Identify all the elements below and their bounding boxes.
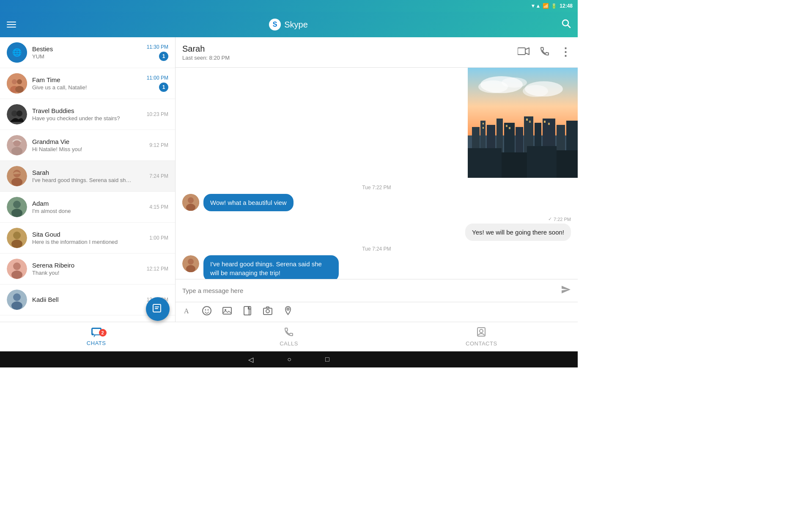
chat-item-adam[interactable]: Adam I'm almost done 4:15 PM [0, 192, 175, 223]
calls-icon-wrapper [284, 327, 294, 339]
chat-preview: Give us a call, Natalie! [32, 84, 134, 91]
chat-item-grandma[interactable]: Grandma Vie Hi Natalie! Miss you! 9:12 P… [0, 130, 175, 161]
svg-point-14 [11, 147, 22, 155]
app-name: Skype [284, 20, 308, 30]
svg-line-1 [568, 25, 571, 28]
avatar-sarah [7, 166, 27, 186]
svg-point-76 [266, 309, 269, 313]
chat-time: 1:00 PM [149, 235, 168, 241]
svg-point-26 [11, 271, 22, 279]
chat-name: Fam Time [32, 76, 147, 83]
svg-point-25 [13, 262, 21, 270]
svg-point-6 [17, 79, 22, 84]
image-button[interactable] [222, 306, 232, 318]
svg-point-11 [16, 110, 22, 116]
app-title: S Skype [269, 19, 308, 30]
svg-point-22 [13, 232, 21, 239]
message-avatar-sarah-2 [182, 255, 199, 272]
android-nav-bar: ◁ ○ □ [0, 351, 578, 367]
unread-badge: 1 [159, 83, 168, 92]
location-button[interactable] [283, 306, 293, 318]
message-time-label-3: Tue 7:24 PM [182, 246, 571, 252]
recents-button[interactable]: □ [325, 356, 329, 363]
chat-preview: YUM [32, 53, 134, 60]
chat-item-famtime[interactable]: Fam Time Give us a call, Natalie! 11:00 … [0, 68, 175, 99]
chat-item-sita[interactable]: Sita Goud Here is the information I ment… [0, 223, 175, 254]
chat-list-panel: 🌐 Besties YUM 11:30 PM 1 [0, 37, 176, 322]
home-button[interactable]: ○ [287, 356, 291, 363]
search-button[interactable] [561, 18, 571, 31]
chat-time: 11:00 PM [147, 75, 168, 81]
message-avatar-sarah [182, 194, 199, 211]
voice-call-button[interactable] [540, 46, 550, 59]
chat-item-travel[interactable]: Travel Buddies Have you checked under th… [0, 99, 175, 130]
message-bubble-2: Yes! we will be going there soon! [465, 224, 571, 241]
status-bar: ▼▲ 📶 🔋 12:48 [0, 0, 578, 12]
chat-time: 4:15 PM [149, 204, 168, 210]
message-input[interactable] [182, 287, 556, 294]
message-sent-time: ✓ 7:22 PM Yes! we will be going there so… [182, 216, 571, 241]
chat-name: Adam [32, 200, 149, 207]
chat-meta: 12:12 PM [147, 266, 168, 272]
svg-point-36 [523, 85, 548, 97]
video-call-button[interactable] [518, 47, 529, 58]
nav-item-chats[interactable]: 2 CHATS [0, 324, 192, 350]
status-icons: ▼▲ 📶 🔋 [531, 3, 557, 9]
compose-fab-button[interactable] [146, 297, 170, 321]
chat-name: Kadii Bell [32, 296, 147, 303]
status-time: 12:48 [560, 3, 573, 9]
text-format-button[interactable]: A [182, 306, 192, 318]
svg-rect-53 [526, 119, 528, 121]
chat-item-besties[interactable]: 🌐 Besties YUM 11:30 PM 1 [0, 37, 175, 68]
contacts-label: CONTACTS [466, 340, 497, 347]
camera-button[interactable] [263, 306, 273, 318]
contacts-icon [476, 327, 486, 337]
more-options-button[interactable]: ⋮ [560, 50, 571, 55]
conversation-actions: ⋮ [518, 46, 571, 59]
chat-name: Travel Buddies [32, 107, 147, 114]
contact-status: Last seen: 8:20 PM [182, 55, 513, 61]
chat-preview: Hi Natalie! Miss you! [32, 146, 134, 152]
send-button[interactable] [561, 284, 571, 297]
message-time-label-1: Tue 7:22 PM [182, 185, 571, 190]
back-button[interactable]: ◁ [248, 356, 253, 364]
conversation-panel: Sarah Last seen: 8:20 PM ⋮ [176, 37, 578, 322]
message-toolbar: A [176, 302, 578, 322]
chat-meta: 11:00 PM 1 [147, 75, 168, 92]
nav-item-contacts[interactable]: CONTACTS [385, 323, 578, 350]
nav-item-calls[interactable]: CALLS [192, 323, 385, 350]
chats-badge: 2 [99, 329, 107, 337]
svg-point-34 [502, 77, 527, 88]
emoji-button[interactable] [202, 306, 212, 318]
chat-item-serena[interactable]: Serena Ribeiro Thank you! 12:12 PM [0, 254, 175, 284]
svg-text:🌐: 🌐 [12, 48, 22, 57]
svg-text:A: A [184, 307, 189, 315]
file-button[interactable] [242, 306, 252, 318]
chat-name: Sita Goud [32, 231, 149, 238]
battery-icon: 🔋 [551, 3, 557, 9]
svg-rect-60 [557, 150, 578, 178]
svg-rect-59 [527, 146, 557, 178]
calls-icon [284, 327, 294, 337]
app-bar: S Skype [0, 12, 578, 37]
chat-list: 🌐 Besties YUM 11:30 PM 1 [0, 37, 175, 322]
message-timestamp-3: Tue 7:24 PM I've heard good things. Sere… [182, 246, 571, 279]
svg-point-29 [11, 301, 22, 310]
message-bubble-3: I've heard good things. Serena said she … [203, 255, 339, 279]
svg-point-62 [188, 197, 194, 203]
wifi-icon: ▼▲ [531, 3, 541, 9]
menu-button[interactable] [7, 22, 16, 28]
chat-time: 7:24 PM [149, 173, 168, 179]
conversation-header: Sarah Last seen: 8:20 PM ⋮ [176, 37, 578, 68]
avatar-travel [7, 104, 27, 124]
svg-rect-55 [544, 121, 546, 123]
skyline-image [468, 68, 578, 178]
chat-info-sita: Sita Goud Here is the information I ment… [32, 231, 149, 245]
chat-preview: Have you checked under the stairs? [32, 115, 134, 121]
chat-item-sarah[interactable]: Sarah I've heard good things. Serena sai… [0, 161, 175, 192]
svg-rect-58 [502, 152, 527, 178]
svg-point-68 [203, 306, 211, 315]
chat-info-travel: Travel Buddies Have you checked under th… [32, 107, 147, 121]
message-row-3: I've heard good things. Serena said she … [182, 255, 571, 279]
avatar-kadii [7, 290, 27, 310]
